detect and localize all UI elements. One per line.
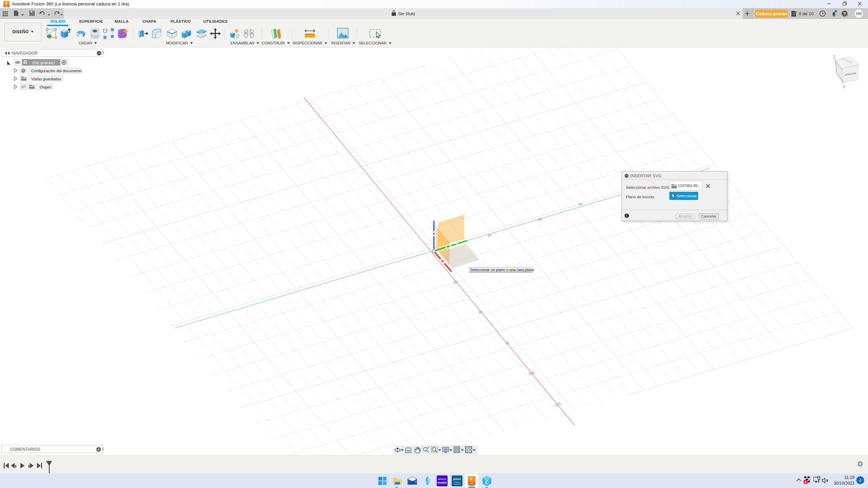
svg-text:Sin título: Sin título <box>398 11 415 16</box>
svg-text:amazon: amazon <box>438 478 447 480</box>
svg-text:?: ? <box>843 12 846 16</box>
svg-text:360: 360 <box>470 483 474 485</box>
svg-text:Z: Z <box>833 55 835 59</box>
svg-text:4: 4 <box>859 478 862 483</box>
svg-text:F: F <box>470 476 473 482</box>
svg-text:Vistas guardadas: Vistas guardadas <box>31 77 61 81</box>
svg-text:X: X <box>843 85 846 89</box>
svg-text:video: video <box>454 481 460 484</box>
svg-text:Seleccionar un plano o una car: Seleccionar un plano o una cara plana <box>470 268 534 272</box>
svg-text:prime: prime <box>453 477 461 481</box>
svg-text:C: C <box>485 479 489 485</box>
svg-text:8 de 10: 8 de 10 <box>799 11 813 16</box>
svg-text:Configuración del documento: Configuración del documento <box>31 68 82 73</box>
svg-text:Caduca pronto: Caduca pronto <box>756 11 787 16</box>
svg-text:F: F <box>5 1 8 5</box>
svg-text:Origen: Origen <box>40 85 52 89</box>
svg-text:2: 2 <box>805 481 806 484</box>
svg-text:360: 360 <box>5 5 8 7</box>
svg-text:(Sin guardar): (Sin guardar) <box>32 60 55 64</box>
svg-text:MM: MM <box>856 12 862 16</box>
svg-text:music: music <box>437 481 447 484</box>
